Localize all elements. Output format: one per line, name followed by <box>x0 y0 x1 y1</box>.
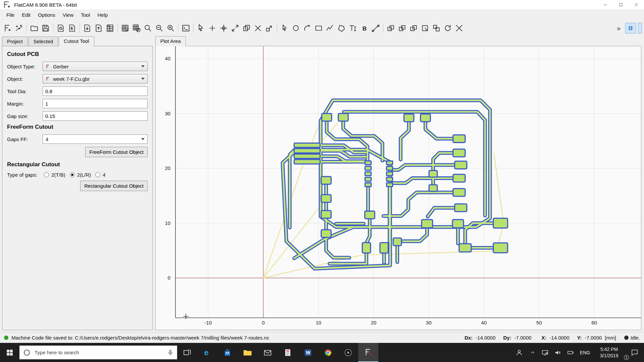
people-button[interactable] <box>512 343 527 362</box>
rotate-tool-button[interactable] <box>442 23 453 34</box>
svg-text:30: 30 <box>165 111 170 116</box>
object-select[interactable]: week 7-F.Cu.gbr <box>43 74 148 83</box>
start-button[interactable] <box>0 343 19 362</box>
zoom-out-button[interactable] <box>154 23 165 34</box>
chrome-app[interactable] <box>318 343 338 362</box>
mail-app[interactable] <box>258 343 278 362</box>
replot-button[interactable] <box>119 23 131 34</box>
plot-canvas[interactable]: 40 30 20 10 0 -10 0 10 20 30 40 50 60 <box>155 46 641 330</box>
open-project-button[interactable] <box>29 23 40 34</box>
move-object-button[interactable] <box>264 23 275 34</box>
editor-select-button[interactable] <box>279 23 290 34</box>
menu-edit[interactable]: Edit <box>18 11 34 19</box>
flatcam-logo-icon <box>3 0 11 9</box>
radio-gaps-4[interactable] <box>95 172 100 177</box>
geometry-button[interactable] <box>13 23 25 34</box>
export-gcode-button[interactable] <box>93 23 104 34</box>
maximize-button[interactable] <box>613 0 629 9</box>
copy-geometry-button[interactable] <box>431 23 442 34</box>
buffer-icon: B <box>360 24 369 33</box>
zoom-fit-button[interactable] <box>142 23 154 34</box>
paint-tool-button[interactable] <box>370 23 381 34</box>
action-center-button[interactable]: 1 <box>625 343 644 362</box>
tab-selected[interactable]: Selected <box>29 37 58 46</box>
freeform-cutout-button[interactable]: FreeForm Cutout Object <box>85 147 148 157</box>
plot-tabs: Plot Area <box>155 36 641 46</box>
copy-object-button[interactable] <box>241 23 252 34</box>
document-app[interactable] <box>278 343 298 362</box>
margin-input[interactable] <box>43 99 148 108</box>
menu-file[interactable]: File <box>3 11 18 19</box>
volume-button[interactable] <box>551 343 564 362</box>
svg-text:0: 0 <box>262 320 265 325</box>
add-object-button[interactable] <box>207 23 218 34</box>
draw-rectangle-button[interactable] <box>313 23 324 34</box>
corner-snap-toggle[interactable] <box>638 23 642 34</box>
toolbar-overflow-chevron[interactable]: » <box>617 24 621 32</box>
open-excellon-button[interactable]: E <box>66 23 78 34</box>
taskbar-search[interactable] <box>19 346 177 359</box>
object-type-select[interactable]: Gerber <box>43 62 148 71</box>
plot-svg[interactable]: 40 30 20 10 0 -10 0 10 20 30 40 50 60 <box>156 46 641 330</box>
rectangular-heading: Rectangular Cutout <box>7 161 148 168</box>
buffer-tool-button[interactable]: B <box>359 23 370 34</box>
tab-cutout-tool[interactable]: Cutout Tool <box>59 36 94 46</box>
store-app[interactable] <box>217 343 237 362</box>
search-input[interactable] <box>34 349 164 356</box>
taskbar-clock[interactable]: 5:42 PM 3/1/2019 <box>593 343 625 362</box>
media-app[interactable] <box>338 343 358 362</box>
gaps-ff-combo[interactable]: 4 <box>43 134 148 144</box>
tray-app-button[interactable] <box>539 343 551 362</box>
tab-plot-area[interactable]: Plot Area <box>155 36 186 46</box>
grid-snap-toggle[interactable] <box>625 23 636 34</box>
minimize-button[interactable] <box>598 0 613 9</box>
intersection-tool-button[interactable] <box>396 23 408 34</box>
close-button[interactable] <box>629 0 644 9</box>
tab-project[interactable]: Project <box>2 37 28 46</box>
draw-text-button[interactable] <box>347 23 359 34</box>
type-of-gaps-label: Type of gaps: <box>7 172 44 178</box>
select-tool-button[interactable] <box>195 23 207 34</box>
subtract-tool-button[interactable] <box>408 23 419 34</box>
menu-view[interactable]: View <box>59 11 77 19</box>
import-gcode-button[interactable] <box>82 23 93 34</box>
draw-polygon-button[interactable] <box>336 23 347 34</box>
radio-gaps-2tb[interactable] <box>44 172 49 177</box>
windows-logo-icon <box>6 349 13 356</box>
word-app[interactable]: W <box>298 343 318 362</box>
save-project-button[interactable] <box>40 23 51 34</box>
power-button[interactable] <box>564 343 577 362</box>
union-tool-button[interactable] <box>385 23 396 34</box>
delete-object-button[interactable] <box>252 23 264 34</box>
draw-polyline-button[interactable] <box>324 23 336 34</box>
cancel-editor-button[interactable] <box>453 23 465 34</box>
file-explorer-app[interactable] <box>237 343 258 362</box>
draw-circle-button[interactable] <box>290 23 302 34</box>
zoom-in-button[interactable] <box>165 23 176 34</box>
status-message: Machine Code file saved to: C:/Users/e.r… <box>11 335 269 341</box>
fit-view-button[interactable] <box>229 23 241 34</box>
chrome-icon <box>324 348 332 357</box>
microphone-icon[interactable] <box>167 349 174 356</box>
flatcam-app[interactable] <box>358 343 378 362</box>
open-gerber-button[interactable]: G <box>55 23 66 34</box>
menu-tool[interactable]: Tool <box>77 11 94 19</box>
radio-gaps-2lr[interactable] <box>70 172 75 177</box>
margin-label: Margin: <box>7 101 43 107</box>
hidden-icons-button[interactable] <box>527 343 539 362</box>
plot-all-button[interactable] <box>2 23 13 34</box>
tool-dia-input[interactable] <box>43 86 148 96</box>
clear-plot-button[interactable] <box>131 23 142 34</box>
set-origin-button[interactable] <box>218 23 229 34</box>
menu-options[interactable]: Options <box>34 11 59 19</box>
rectangular-cutout-button[interactable]: Rectangular Cutout Object <box>80 181 148 191</box>
task-view-button[interactable] <box>177 343 197 362</box>
draw-arc-button[interactable] <box>302 23 313 34</box>
cut-path-button[interactable] <box>419 23 431 34</box>
export-spreadsheet-button[interactable]: X <box>104 23 116 34</box>
gap-size-input[interactable] <box>43 111 148 121</box>
menu-help[interactable]: Help <box>94 11 112 19</box>
edge-app[interactable]: e <box>197 343 217 362</box>
language-indicator[interactable]: ENG <box>577 343 593 362</box>
command-shell-button[interactable] <box>180 23 192 34</box>
